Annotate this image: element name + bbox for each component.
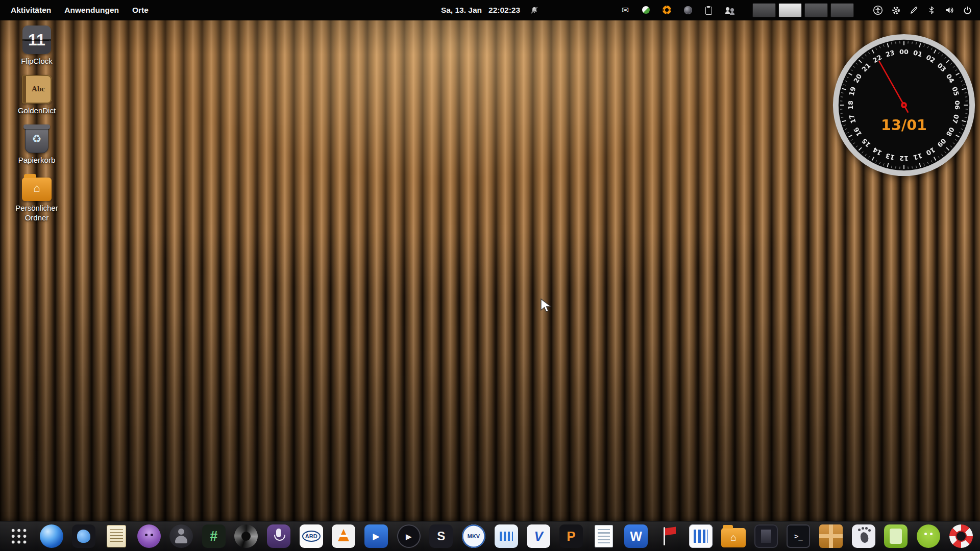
notifications-muted-icon[interactable]	[530, 6, 539, 15]
workspace-switcher	[752, 3, 854, 17]
red-flag-app-icon	[657, 524, 680, 548]
menu-applications[interactable]: Anwendungen	[58, 0, 126, 20]
people-icon[interactable]	[725, 5, 735, 15]
clock-face: 0001020304050607080910111213141516171819…	[829, 31, 978, 180]
desktop-icon-trash[interactable]: Papierkorb	[5, 124, 68, 165]
red-flag-app[interactable]	[656, 521, 681, 551]
dark-room-app-icon	[754, 524, 778, 548]
volume-icon[interactable]	[944, 5, 955, 16]
file-manager-home-icon	[721, 528, 746, 547]
panel-date: Sa, 13. Jan	[441, 6, 482, 15]
firefox-browser[interactable]	[39, 521, 64, 551]
text-editor-app-icon	[595, 525, 613, 547]
folder-icon	[22, 178, 52, 201]
menu-places[interactable]: Orte	[126, 0, 155, 20]
globe-sphere-app[interactable]	[233, 521, 259, 551]
media-play-app-icon: ▶	[397, 524, 421, 548]
flip-icon: 11	[22, 26, 51, 54]
power-icon[interactable]	[962, 5, 973, 16]
clipboard-icon[interactable]	[704, 5, 714, 15]
irc-app-icon: #	[202, 524, 226, 548]
globe-icon[interactable]	[683, 5, 693, 15]
help-lifebuoy-app[interactable]	[948, 521, 974, 551]
package-manager-app[interactable]	[818, 521, 844, 551]
gnome-foot-app-icon	[852, 524, 875, 548]
desktop-icon-column: 11FlipClockAbcGoldenDictPapierkorbPersön…	[5, 26, 68, 232]
paint-app[interactable]	[71, 521, 96, 551]
file-manager-home[interactable]	[721, 521, 746, 551]
text-editor-app[interactable]	[591, 521, 617, 551]
vlc-player[interactable]	[331, 521, 356, 551]
stylus-pen-icon[interactable]	[908, 5, 919, 16]
dark-room-app[interactable]	[753, 521, 779, 551]
s-letter-app-glyph: S	[437, 530, 445, 542]
ard-mediathek-app-glyph: ARD	[305, 534, 317, 539]
s-letter-app-icon: S	[429, 524, 453, 548]
desktop-icon-flipclock-label: FlipClock	[21, 57, 53, 66]
mkvtoolnix-app-glyph: MKV	[468, 534, 480, 539]
word-processor-app-icon: W	[624, 524, 648, 548]
desktop-icon-flipclock[interactable]: 11FlipClock	[5, 26, 68, 66]
android-robot-app-icon	[917, 524, 940, 548]
accessibility-icon[interactable]	[872, 5, 884, 16]
clock-hour-label: 18	[847, 101, 854, 110]
paint-app-icon	[72, 524, 95, 548]
podcast-app[interactable]	[266, 521, 291, 551]
clock-hour-label: 00	[899, 48, 909, 56]
audio-wave-app[interactable]	[494, 521, 519, 551]
workspace-2[interactable]	[778, 3, 802, 17]
show-apps-button-icon	[7, 524, 31, 548]
terminal-app[interactable]: >_	[786, 521, 811, 551]
firefox-browser-icon	[40, 524, 63, 548]
pdf-tools-app[interactable]: P	[558, 521, 584, 551]
android-robot-app[interactable]	[916, 521, 941, 551]
irc-app[interactable]: #	[201, 521, 227, 551]
gnome-foot-app[interactable]	[851, 521, 876, 551]
bluetooth-icon[interactable]	[926, 5, 937, 16]
menu-activities[interactable]: Aktivitäten	[4, 0, 58, 20]
workspace-4[interactable]	[830, 3, 854, 17]
settings-gear-icon[interactable]	[890, 5, 901, 16]
software-update-icon[interactable]	[641, 5, 651, 15]
desktop-icon-home-folder[interactable]: Persönlicher Ordner	[5, 173, 68, 223]
mkvtoolnix-app-icon: MKV	[462, 524, 485, 548]
word-processor-app-glyph: W	[630, 530, 642, 543]
clock-date-text: 13/01	[881, 116, 927, 134]
media-play-app-glyph: ▶	[406, 533, 412, 540]
notes-app-icon	[107, 525, 126, 547]
show-apps-button[interactable]	[6, 521, 32, 551]
statistics-app[interactable]	[688, 521, 714, 551]
media-play-app[interactable]: ▶	[396, 521, 422, 551]
mail-icon[interactable]	[620, 5, 630, 15]
purple-bird-app[interactable]	[136, 521, 162, 551]
notes-app[interactable]	[104, 521, 129, 551]
top-menus: AktivitätenAnwendungenOrte	[0, 0, 155, 20]
analog-clock-widget: 0001020304050607080910111213141516171819…	[829, 31, 978, 180]
panel-clock[interactable]: Sa, 13. Jan 22:02:23	[441, 0, 539, 20]
vlc-player-icon	[332, 524, 355, 548]
orange-wheel-icon[interactable]	[662, 5, 672, 15]
pdf-tools-app-icon: P	[559, 524, 583, 548]
workspace-1[interactable]	[752, 3, 776, 17]
desktop-icon-trash-label: Papierkorb	[18, 156, 56, 165]
clock-hour-label: 06	[953, 101, 961, 110]
purple-bird-app-icon	[137, 524, 161, 548]
panel-right-cluster	[620, 3, 980, 17]
video-player-app[interactable]: ▶	[363, 521, 389, 551]
desktop-icon-goldendict-glyph: Abc	[32, 85, 45, 93]
ard-mediathek-app[interactable]: ARD	[299, 521, 324, 551]
dict-icon: Abc	[22, 75, 52, 104]
statistics-app-icon	[689, 524, 713, 548]
package-manager-app-icon	[819, 524, 843, 548]
word-processor-app[interactable]: W	[623, 521, 649, 551]
desktop-wallpaper[interactable]: AktivitätenAnwendungenOrte Sa, 13. Jan 2…	[0, 0, 980, 551]
mkvtoolnix-app[interactable]: MKV	[461, 521, 486, 551]
pdf-tools-app-glyph: P	[567, 530, 575, 543]
contacts-app[interactable]	[168, 521, 194, 551]
video-player-app-icon: ▶	[364, 524, 388, 548]
android-device-app[interactable]	[883, 521, 909, 551]
s-letter-app[interactable]: S	[428, 521, 454, 551]
workspace-3[interactable]	[804, 3, 828, 17]
desktop-icon-goldendict[interactable]: AbcGoldenDict	[5, 75, 68, 116]
v-shield-app[interactable]: V	[526, 521, 551, 551]
